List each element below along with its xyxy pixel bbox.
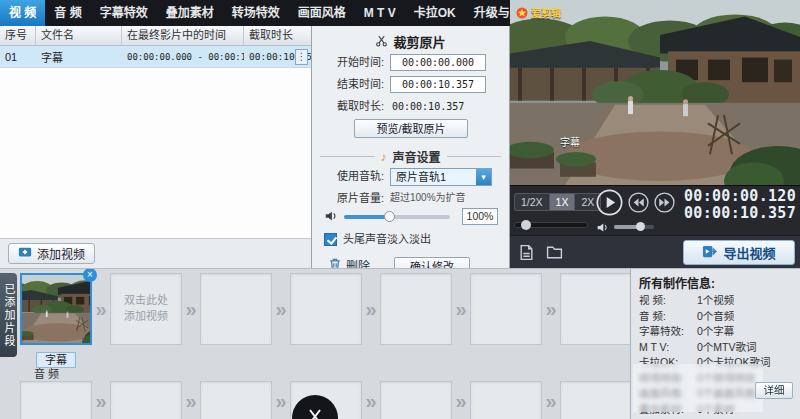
production-info-panel: 所有制作信息: 视 频:1个视频 音 频:0个音频 字幕特效:0个字幕 M T … (630, 268, 800, 419)
end-time-row: 结束时间: 00:00:10.357 (312, 76, 509, 94)
chevron-right-icon: » (542, 274, 560, 344)
tab-video[interactable]: 视 频 (0, 0, 45, 26)
chevron-right-icon: » (182, 274, 200, 344)
empty-audio-slot[interactable] (110, 381, 182, 419)
seek-bar[interactable] (514, 222, 588, 228)
header-final-time: 在最终影片中的时间 (122, 26, 244, 45)
end-time-label: 结束时间: (318, 76, 384, 93)
tab-overlay-material[interactable]: 叠加素材 (157, 0, 223, 26)
audio-track-label: 使用音轨: (318, 168, 384, 185)
time-display: 00:00:00.120 00:00:10.357 (684, 188, 796, 222)
add-video-button[interactable]: 添加视频 (8, 243, 95, 264)
tab-transition-effects[interactable]: 转场特效 (223, 0, 289, 26)
crop-original-panel: 裁剪原片 开始时间: 00:00:00.000 结束时间: 00:00:10.3… (312, 26, 510, 268)
video-track: × » 双击此处添加视频 » » » » » (20, 273, 630, 345)
rewind-button[interactable] (628, 192, 649, 217)
video-preview: 爱剪辑 字幕 (510, 0, 800, 185)
save-project-icon[interactable] (518, 244, 535, 261)
speed-1x-button[interactable]: 1X (550, 193, 576, 211)
timeline-clip-thumbnail[interactable]: × (20, 273, 92, 345)
sound-settings-title: 声音设置 (393, 148, 441, 165)
fade-row: 头尾声音淡入淡出 (312, 232, 509, 250)
export-video-button[interactable]: 导出视频 (683, 240, 795, 265)
detail-button[interactable]: 详细 (755, 382, 793, 399)
header-filename: 文件名 (36, 26, 122, 45)
fade-checkbox[interactable] (324, 233, 337, 246)
empty-clip-slot[interactable] (380, 273, 452, 345)
empty-clip-slot[interactable] (560, 273, 630, 345)
speed-buttons: 1/2X 1X 2X (514, 193, 601, 211)
row-menu-button[interactable]: ⋮ (295, 49, 308, 65)
export-label: 导出视频 (723, 243, 775, 262)
speaker-icon (324, 209, 338, 226)
tab-audio[interactable]: 音 频 (45, 0, 90, 26)
volume-percent-box[interactable]: 100% (462, 208, 498, 225)
audio-track-select[interactable]: 原片音轨1 ▾ (390, 168, 492, 186)
empty-audio-slot[interactable] (470, 381, 542, 419)
chevron-right-icon: » (92, 381, 110, 419)
volume-label-row: 原片音量: 超过100%为扩音 (312, 190, 509, 208)
volume-slider-handle[interactable] (384, 211, 395, 222)
chevron-right-icon: » (92, 274, 110, 344)
subtitle-overlay: 字幕 (560, 134, 580, 149)
volume-slider-fill (344, 215, 386, 219)
tab-subtitle-effects[interactable]: 字幕特效 (91, 0, 157, 26)
clip-table-header: 序号 文件名 在最终影片中的时间 截取时长 (0, 26, 311, 46)
app-window: 视 频 音 频 字幕特效 叠加素材 转场特效 画面风格 M T V 卡拉OK 升… (0, 0, 800, 419)
header-index: 序号 (0, 26, 36, 45)
empty-audio-slot[interactable] (20, 381, 92, 419)
tab-karaoke[interactable]: 卡拉OK (405, 0, 465, 26)
watermark-blur-overlay (633, 364, 763, 412)
chevron-right-icon: » (272, 381, 290, 419)
current-time: 00:00:00.120 (684, 188, 796, 205)
volume-slider-row: 100% (312, 208, 509, 226)
capture-duration-label: 截取时长: (318, 98, 384, 115)
info-title: 所有制作信息: (639, 274, 715, 291)
empty-clip-slot[interactable] (290, 273, 362, 345)
empty-audio-slot[interactable] (560, 381, 630, 419)
add-video-icon (18, 245, 32, 262)
app-logo-text: 爱剪辑 (531, 5, 561, 20)
volume-label: 原片音量: (318, 190, 384, 207)
table-row[interactable]: 01 字幕 00:00:00.000 - 00:00:10.357 00:00:… (0, 46, 311, 68)
seek-handle[interactable] (521, 220, 531, 230)
close-icon[interactable]: × (83, 268, 97, 282)
crop-title-text: 裁剪原片 (393, 32, 445, 51)
cell-filename: 字幕 (36, 49, 122, 65)
end-time-input[interactable]: 00:00:10.357 (390, 76, 486, 93)
player-volume-slider[interactable] (614, 225, 654, 229)
fade-label: 头尾声音淡入淡出 (343, 232, 431, 247)
chevron-down-icon[interactable]: ▾ (476, 169, 491, 185)
tab-added-clips[interactable]: 已添加片段 (0, 273, 17, 357)
play-button[interactable] (596, 189, 623, 220)
add-video-label: 添加视频 (37, 245, 85, 262)
crop-panel-title: 裁剪原片 (312, 32, 509, 51)
volume-slider[interactable] (344, 215, 450, 219)
tab-picture-style[interactable]: 画面风格 (289, 0, 355, 26)
tab-mtv[interactable]: M T V (355, 0, 405, 26)
audio-track-section-label: 音 频 (34, 365, 59, 381)
chevron-right-icon: » (272, 274, 290, 344)
add-clip-placeholder[interactable]: 双击此处添加视频 (110, 273, 182, 345)
player-volume-handle[interactable] (636, 222, 645, 231)
clip-list-panel: 序号 文件名 在最终影片中的时间 截取时长 01 字幕 00:00:00.000… (0, 26, 312, 268)
chevron-right-icon: » (452, 381, 470, 419)
empty-audio-slot[interactable] (200, 381, 272, 419)
header-duration: 截取时长 (244, 26, 311, 45)
chevron-right-icon: » (182, 381, 200, 419)
speed-half-button[interactable]: 1/2X (514, 193, 550, 211)
player-volume-fill (614, 225, 638, 229)
empty-audio-slot[interactable] (380, 381, 452, 419)
empty-clip-slot[interactable] (470, 273, 542, 345)
start-time-input[interactable]: 00:00:00.000 (390, 54, 486, 71)
export-icon (702, 244, 717, 262)
open-project-icon[interactable] (546, 244, 563, 261)
video-frame (510, 0, 800, 185)
app-logo-icon (516, 7, 528, 19)
empty-clip-slot[interactable] (200, 273, 272, 345)
start-time-label: 开始时间: (318, 54, 384, 71)
fast-forward-button[interactable] (654, 192, 675, 217)
app-logo: 爱剪辑 (516, 5, 561, 20)
preview-capture-button[interactable]: 预览/截取原片 (354, 119, 468, 138)
start-time-row: 开始时间: 00:00:00.000 (312, 54, 509, 72)
